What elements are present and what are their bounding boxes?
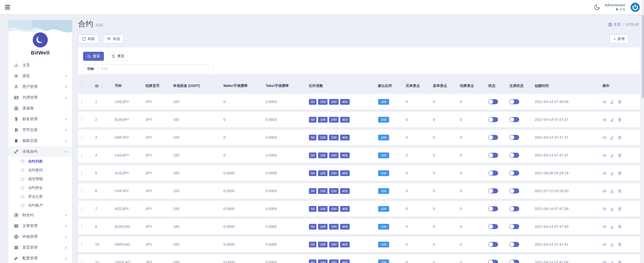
- sidebar-item[interactable]: 首页管理: [8, 242, 72, 253]
- delete-icon[interactable]: [618, 171, 622, 175]
- avatar[interactable]: [630, 2, 640, 13]
- view-icon[interactable]: [602, 135, 607, 140]
- search-button[interactable]: 搜索: [83, 52, 104, 61]
- trade-status-toggle[interactable]: [509, 188, 519, 193]
- buy-slippage: 0: [406, 189, 433, 193]
- sidebar-item[interactable]: 秒合约: [8, 210, 72, 221]
- edit-icon[interactable]: [610, 118, 614, 122]
- edit-icon[interactable]: [610, 135, 614, 140]
- sidebar-item[interactable]: 永续合约: [8, 146, 72, 157]
- row-checkbox[interactable]: [82, 260, 82, 263]
- delete-icon[interactable]: [618, 135, 622, 140]
- trade-status-toggle[interactable]: [509, 135, 519, 140]
- row-checkbox[interactable]: [82, 100, 82, 104]
- trade-status-toggle[interactable]: [509, 117, 519, 122]
- row-checkbox[interactable]: [82, 135, 82, 139]
- status-toggle[interactable]: [488, 99, 498, 104]
- delete-icon[interactable]: [618, 242, 622, 247]
- status-toggle[interactable]: [488, 153, 498, 158]
- sidebar-item[interactable]: $财务管理: [8, 114, 72, 125]
- sidebar-item[interactable]: 文章管理: [8, 221, 72, 231]
- edit-icon[interactable]: [610, 171, 614, 175]
- delete-icon[interactable]: [618, 153, 622, 157]
- sidebar-subitem[interactable]: 穿仓记录: [8, 192, 72, 201]
- view-icon[interactable]: [602, 189, 607, 193]
- delete-icon[interactable]: [618, 189, 622, 193]
- sidebar-item[interactable]: 申购管理: [8, 231, 72, 242]
- sidebar-item[interactable]: 用户管理: [8, 81, 72, 92]
- dashboard-icon: [608, 23, 612, 27]
- row-checkbox[interactable]: [82, 153, 82, 157]
- edit-icon[interactable]: [610, 242, 614, 247]
- view-icon[interactable]: [602, 242, 607, 247]
- sidebar-subitem[interactable]: 成交明细: [8, 175, 72, 183]
- dark-mode-icon[interactable]: [594, 4, 600, 11]
- leverage-options: 50100200400: [309, 259, 378, 263]
- delete-icon[interactable]: [618, 118, 622, 122]
- row-checkbox[interactable]: [82, 225, 82, 229]
- sidebar-item[interactable]: ฿期权交易: [8, 135, 72, 146]
- trade-status-toggle[interactable]: [509, 99, 519, 104]
- status-toggle[interactable]: [488, 188, 498, 193]
- delete-icon[interactable]: [618, 100, 622, 104]
- status-toggle[interactable]: [488, 135, 498, 140]
- row-checkbox[interactable]: [82, 207, 82, 211]
- sidebar-item[interactable]: 配置管理: [8, 253, 72, 263]
- status-toggle[interactable]: [488, 224, 498, 229]
- row-checkbox[interactable]: [82, 171, 82, 175]
- edit-icon[interactable]: [610, 100, 614, 104]
- trade-status-toggle[interactable]: [509, 224, 519, 229]
- view-icon[interactable]: [602, 260, 607, 263]
- edit-icon[interactable]: [610, 153, 614, 157]
- status-toggle[interactable]: [488, 242, 498, 247]
- edit-icon[interactable]: [610, 189, 614, 193]
- row-checkbox[interactable]: [82, 189, 82, 193]
- scrollbar-thumb[interactable]: [642, 15, 644, 98]
- status-toggle[interactable]: [488, 260, 498, 263]
- view-icon[interactable]: [602, 118, 607, 122]
- page-scrollbar[interactable]: [641, 0, 644, 263]
- trade-status-toggle[interactable]: [509, 171, 519, 176]
- reset-button[interactable]: 重置: [107, 52, 128, 61]
- created-time: 2021-04-14 07:47:39: [535, 207, 602, 211]
- view-icon[interactable]: [602, 225, 607, 229]
- sidebar-item[interactable]: 主页: [8, 60, 72, 71]
- sidebar-subitem[interactable]: 合约持仓: [8, 183, 72, 192]
- edit-icon[interactable]: [610, 207, 614, 211]
- user-icon: [14, 84, 19, 89]
- sidebar-subitem[interactable]: 合约列表: [8, 157, 72, 166]
- trade-status-toggle[interactable]: [509, 242, 519, 247]
- sort-asc-icon[interactable]: ↑: [101, 84, 102, 88]
- status-toggle[interactable]: [488, 171, 498, 176]
- sidebar-item[interactable]: 渠道商: [8, 103, 72, 114]
- sidebar-item[interactable]: 代理管理: [8, 92, 72, 103]
- delete-icon[interactable]: [618, 260, 622, 263]
- add-button[interactable]: + 新增: [610, 34, 629, 43]
- edit-icon[interactable]: [610, 225, 614, 229]
- menu-toggle-icon[interactable]: [5, 5, 12, 10]
- column-header[interactable]: ID ↑: [95, 84, 115, 88]
- view-icon[interactable]: [602, 153, 607, 157]
- sidebar-item[interactable]: 系统: [8, 71, 72, 81]
- refresh-button[interactable]: 刷新: [78, 34, 99, 43]
- view-icon[interactable]: [602, 100, 607, 104]
- select-all-checkbox[interactable]: [82, 84, 82, 88]
- row-checkbox[interactable]: [82, 118, 82, 122]
- filter-button[interactable]: 筛选: [103, 34, 124, 43]
- currency-input[interactable]: [98, 65, 214, 73]
- view-icon[interactable]: [602, 207, 607, 211]
- view-icon[interactable]: [602, 171, 607, 175]
- trade-status-toggle[interactable]: [509, 153, 519, 158]
- status-toggle[interactable]: [488, 117, 498, 122]
- edit-icon[interactable]: [610, 260, 614, 263]
- breadcrumb-home[interactable]: 主页: [608, 22, 621, 27]
- sidebar-item[interactable]: B币币交易: [8, 125, 72, 135]
- delete-icon[interactable]: [618, 225, 622, 229]
- sidebar-subitem[interactable]: 合约委托: [8, 166, 72, 175]
- delete-icon[interactable]: [618, 207, 622, 211]
- trade-status-toggle[interactable]: [509, 260, 519, 263]
- sidebar-subitem[interactable]: 合约账户: [8, 201, 72, 210]
- trade-status-toggle[interactable]: [509, 206, 519, 211]
- status-toggle[interactable]: [488, 206, 498, 211]
- row-checkbox[interactable]: [82, 242, 82, 246]
